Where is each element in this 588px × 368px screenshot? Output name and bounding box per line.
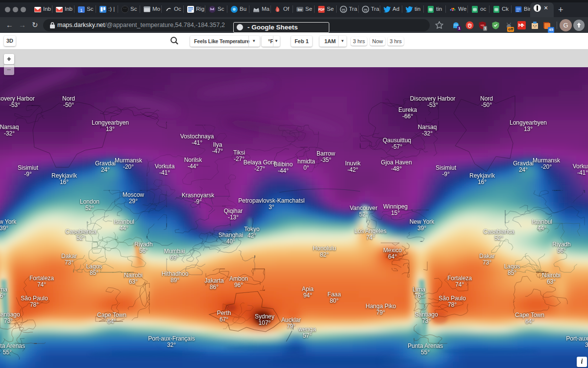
svg-text:PDF: PDF xyxy=(318,8,325,11)
svg-text:1: 1 xyxy=(80,8,82,13)
svg-text:i: i xyxy=(277,8,278,12)
svg-text:bv: bv xyxy=(298,7,303,12)
